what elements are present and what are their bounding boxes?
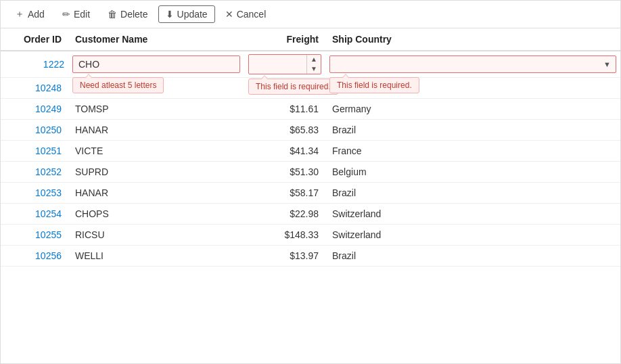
cell-ship-country: Switzerland [325,204,620,225]
cell-freight: $65.83 [244,120,325,141]
table-row: 10249 TOMSP $11.61 Germany [1,99,620,120]
cell-freight: $51.30 [244,162,325,183]
grid-header: Order ID Customer Name Freight Ship Coun… [1,28,620,51]
cell-order-id: 10251 [1,141,68,162]
freight-down-button[interactable]: ▼ [307,64,321,74]
cell-order-id: 10255 [1,225,68,246]
cell-order-id: 10253 [1,183,68,204]
cell-freight: $41.34 [244,141,325,162]
cell-freight: $11.61 [244,99,325,120]
edit-freight-cell: ▲ ▼ This field is required. [244,51,325,78]
header-freight: Freight [244,28,325,51]
header-ship-country: Ship Country [325,28,620,51]
edit-order-id-value: 1222 [43,59,64,70]
cell-customer-name: VICTE [68,141,244,162]
cell-freight: $13.97 [244,246,325,267]
edit-icon: ✏ [62,9,70,20]
cell-order-id: 10256 [1,246,68,267]
cell-ship-country: Brazil [325,183,620,204]
cell-customer-name: WELLI [68,246,244,267]
cell-ship-country [325,78,620,99]
cell-freight: $58.17 [244,183,325,204]
scroll-area[interactable]: Order ID Customer Name Freight Ship Coun… [1,28,620,363]
cell-order-id: 10252 [1,162,68,183]
table-row: 10253 HANAR $58.17 Brazil [1,183,620,204]
edit-button[interactable]: ✏ Edit [55,5,97,23]
ship-country-select-wrap: Germany Brazil France Belgium Switzerlan… [329,55,616,73]
table-row: 10255 RICSU $148.33 Switzerland [1,225,620,246]
freight-input[interactable] [249,56,306,72]
cell-freight: $148.33 [244,225,325,246]
freight-spinners: ▲ ▼ [306,55,321,74]
cell-customer-name: SUPRD [68,162,244,183]
freight-tooltip-container: ▲ ▼ This field is required. [248,54,321,74]
table-row: 10250 HANAR $65.83 Brazil [1,120,620,141]
ship-country-tooltip-container: Germany Brazil France Belgium Switzerlan… [329,55,616,73]
cell-order-id: 10254 [1,204,68,225]
cell-ship-country: Brazil [325,246,620,267]
add-icon: ＋ [15,8,24,20]
cell-ship-country: France [325,141,620,162]
ship-country-select[interactable]: Germany Brazil France Belgium Switzerlan… [330,56,599,72]
cell-ship-country: Switzerland [325,225,620,246]
cell-freight: $22.98 [244,204,325,225]
edit-order-id-cell: 1222 [1,51,68,78]
cell-customer-name: TOMSP [68,99,244,120]
update-icon: ⬇ [166,9,174,20]
freight-up-button[interactable]: ▲ [307,55,321,64]
cancel-button[interactable]: ✕ Cancel [218,5,274,23]
customer-name-input[interactable] [72,55,240,73]
add-label: Add [28,9,45,20]
edit-label: Edit [74,9,90,20]
table-row: 10252 SUPRD $51.30 Belgium [1,162,620,183]
update-button[interactable]: ⬇ Update [158,5,215,23]
cell-order-id: 10250 [1,120,68,141]
table-row: 10251 VICTE $41.34 France [1,141,620,162]
main-container: ＋ Add ✏ Edit 🗑 Delete ⬇ Update ✕ Cancel … [0,0,621,364]
delete-button[interactable]: 🗑 Delete [100,5,155,23]
cell-ship-country: Belgium [325,162,620,183]
cell-customer-name: HANAR [68,120,244,141]
grid-table: Order ID Customer Name Freight Ship Coun… [1,28,620,267]
customer-name-tooltip-container: Need atleast 5 letters [72,55,240,73]
freight-stepper: ▲ ▼ [248,54,321,74]
edit-ship-country-cell: Germany Brazil France Belgium Switzerlan… [325,51,620,78]
grid-wrapper: Order ID Customer Name Freight Ship Coun… [1,28,620,363]
ship-country-chevron-icon: ▼ [599,60,616,68]
cell-freight [244,78,325,99]
cell-order-id: 10248 [1,78,68,99]
cell-customer-name: VINI [68,78,244,99]
cell-ship-country: Brazil [325,120,620,141]
cancel-icon: ✕ [225,9,233,20]
delete-label: Delete [120,9,147,20]
toolbar: ＋ Add ✏ Edit 🗑 Delete ⬇ Update ✕ Cancel [1,1,620,28]
add-button[interactable]: ＋ Add [7,5,52,24]
cell-customer-name: RICSU [68,225,244,246]
edit-row: 1222 Need atleast 5 letters [1,51,620,78]
cell-ship-country: Germany [325,99,620,120]
cell-order-id: 10249 [1,99,68,120]
edit-customer-name-cell: Need atleast 5 letters [68,51,244,78]
table-row: 10248 VINI [1,78,620,99]
cancel-label: Cancel [237,9,267,20]
table-row: 10256 WELLI $13.97 Brazil [1,246,620,267]
table-row: 10254 CHOPS $22.98 Switzerland [1,204,620,225]
cell-customer-name: CHOPS [68,204,244,225]
header-order-id: Order ID [1,28,68,51]
header-customer-name: Customer Name [68,28,244,51]
delete-icon: 🗑 [108,9,117,20]
cell-customer-name: HANAR [68,183,244,204]
update-label: Update [177,9,208,20]
